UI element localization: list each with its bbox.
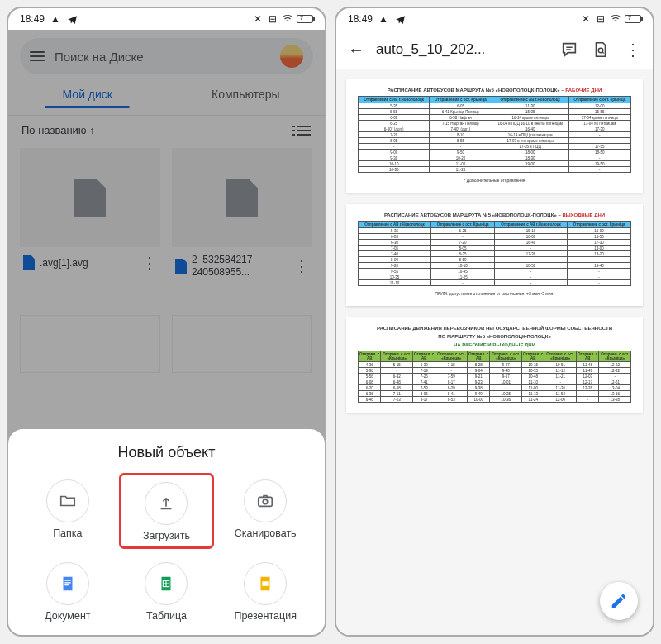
telegram-icon — [66, 13, 78, 25]
docs-icon — [59, 575, 77, 593]
pencil-icon — [610, 592, 628, 610]
right-phone: 18:49 ▲ ✕ ⊟ 7 ← auto_5_10_202... ⋮ РАСПИ… — [335, 7, 654, 637]
sheet-label: Загрузить — [143, 530, 190, 541]
battery-icon: 7 — [625, 15, 641, 23]
sheet-item-upload[interactable]: Загрузить — [119, 473, 215, 549]
pdf-page-2: РАСПИСАНИЕ АВТОБУСОВ МАРШРУТА №5 «НОВОПО… — [346, 204, 643, 306]
page-note: * Дополнительные отправления — [358, 178, 631, 183]
svg-rect-4 — [64, 582, 70, 583]
sheet-label: Папка — [53, 527, 82, 539]
schedule-table-2: Отправление с АВ г.НовополоцкОтправление… — [358, 221, 631, 286]
sheet-title: Новый объект — [20, 444, 313, 461]
status-time: 18:49 — [20, 13, 45, 25]
sheet-item-slide[interactable]: Презентация — [217, 556, 313, 627]
mute-icon: ✕ — [580, 13, 592, 25]
svg-rect-11 — [262, 581, 268, 586]
slides-icon — [256, 575, 274, 593]
battery-icon: 7 — [297, 15, 313, 23]
sheet-item-sheet[interactable]: Таблица — [119, 556, 215, 627]
status-time: 18:49 — [348, 13, 373, 25]
document-pages[interactable]: РАСПИСАНИЕ АВТОБУСОВ МАРШРУТА №5 «НОВОПО… — [336, 69, 653, 635]
page-note: ПРИМ: допустимое отклонение от расписани… — [358, 291, 631, 296]
sheet-item-doc[interactable]: Документ — [20, 556, 116, 627]
svg-rect-5 — [64, 584, 69, 585]
wifi-icon — [282, 13, 293, 25]
svg-rect-3 — [64, 580, 70, 580]
comment-icon[interactable] — [560, 41, 578, 59]
signal-icon: ⊟ — [595, 13, 606, 25]
document-toolbar: ← auto_5_10_202... ⋮ — [336, 30, 653, 69]
upload-status-icon: ▲ — [378, 13, 389, 25]
sheet-label: Презентация — [234, 610, 297, 622]
telegram-icon — [394, 13, 406, 25]
upload-status-icon: ▲ — [50, 13, 61, 25]
svg-line-15 — [602, 52, 604, 54]
wifi-icon — [610, 13, 621, 25]
mute-icon: ✕ — [252, 13, 264, 25]
schedule-table-3: Отправл. с АВОтправл. с ост. «Крынiца»От… — [358, 351, 631, 403]
left-phone: 18:49 ▲ ✕ ⊟ 7 Поиск на Диске Мой диск Ко… — [7, 7, 326, 637]
svg-point-1 — [263, 499, 268, 504]
sheets-icon — [157, 575, 175, 593]
sheet-item-folder[interactable]: Папка — [20, 473, 116, 549]
svg-rect-0 — [259, 497, 273, 506]
folder-icon — [59, 492, 77, 510]
signal-icon: ⊟ — [267, 13, 278, 25]
schedule-table-1: Отправление с АВ г.НовополоцкОтправление… — [358, 96, 631, 173]
status-bar: 18:49 ▲ ✕ ⊟ 7 — [8, 8, 325, 30]
new-item-sheet: Новый объект Папка Загрузить Сканировать… — [8, 429, 325, 635]
more-menu-icon[interactable]: ⋮ — [620, 40, 646, 60]
document-title: auto_5_10_202... — [376, 41, 550, 58]
status-bar: 18:49 ▲ ✕ ⊟ 7 — [336, 8, 653, 30]
svg-rect-2 — [63, 577, 72, 591]
upload-icon — [157, 494, 175, 513]
back-button[interactable]: ← — [343, 36, 369, 64]
sheet-item-scan[interactable]: Сканировать — [217, 473, 313, 549]
sheet-label: Таблица — [146, 610, 187, 622]
find-in-page-icon[interactable] — [592, 41, 610, 59]
pdf-page-3: РАСПИСАНИЕ ДВИЖЕНИЯ ПЕРЕВОЗЧИКОВ НЕГОСУД… — [346, 317, 643, 413]
pdf-page-1: РАСПИСАНИЕ АВТОБУСОВ МАРШРУТА №5 «НОВОПО… — [346, 79, 643, 193]
sheet-label: Документ — [45, 610, 90, 622]
sheet-label: Сканировать — [235, 527, 297, 539]
edit-fab[interactable] — [600, 582, 638, 620]
camera-icon — [256, 492, 274, 510]
